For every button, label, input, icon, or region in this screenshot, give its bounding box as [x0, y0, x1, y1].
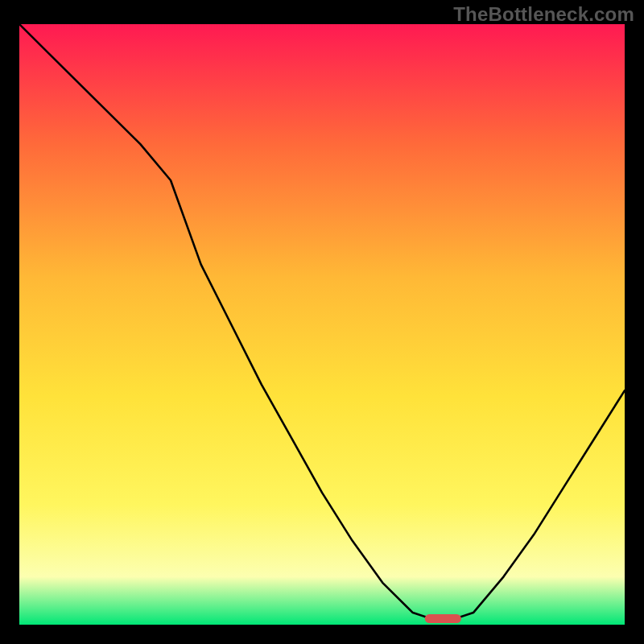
bottleneck-chart [19, 24, 625, 625]
watermark-text: TheBottleneck.com [453, 3, 634, 26]
chart-svg [19, 24, 625, 625]
optimal-marker [425, 614, 461, 623]
chart-frame: TheBottleneck.com [0, 0, 644, 644]
